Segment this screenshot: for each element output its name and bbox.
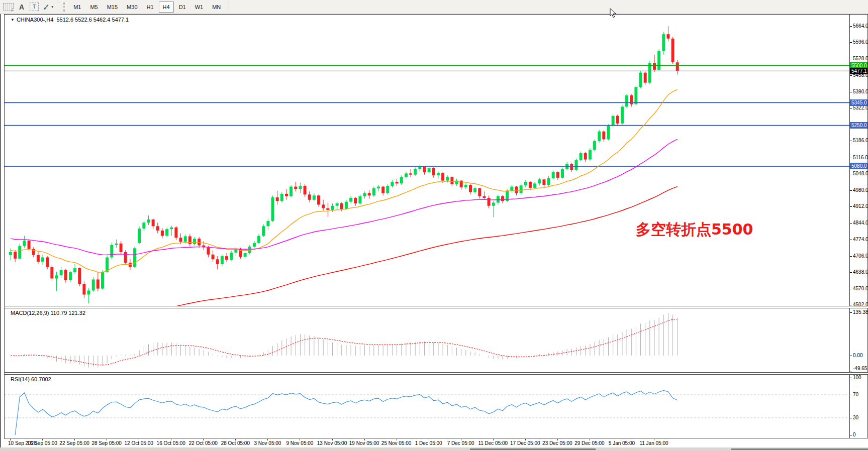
price-badge: 5477.1 [850,68,867,74]
rsi-value: 60.7002 [31,376,51,382]
chart-title: ▼CHINA300-,H4 5512.6 5522.6 5462.4 5477.… [11,17,129,23]
price-badge: 5250.0 [850,122,867,129]
time-label: 7 Dec 05:00 [447,440,474,446]
axis-tick [850,59,852,59]
dropdown-caret-icon[interactable]: ▾ [51,5,53,9]
price-tick-label: 5322.0 [853,105,868,111]
axis-tick [850,42,852,43]
text-box-icon[interactable]: T [30,3,39,11]
macd-axis: 135.380.00-49.65 [850,308,867,372]
window-edge-segment [470,448,596,450]
timeframe-M30[interactable]: M30 [123,2,141,13]
axis-tick [850,206,852,207]
timeframe-D1[interactable]: D1 [175,2,190,13]
price-tick-label: 4570.0 [853,286,868,292]
price-tick-label: 4706.0 [853,253,868,259]
macd-tick-label: -49.65 [853,366,867,372]
axis-tick [850,256,852,257]
time-label: 25 Nov 05:00 [381,440,412,446]
time-label: 29 Dec 05:00 [574,440,605,446]
price-tick-label: 5048.0 [853,171,868,177]
rsi-plot[interactable] [5,375,849,438]
ohlc-values: 5512.6 5522.6 5462.4 5477.1 [56,17,129,23]
symbol-name: CHINA300-,H4 [17,17,53,23]
rsi-tick-label: 30 [853,415,858,421]
time-label: 5 Jan 05:00 [609,440,635,446]
time-label: 17 Dec 05:00 [510,440,540,446]
axis-tick [850,435,852,435]
axis-tick [850,372,852,372]
axis-tick [850,289,852,289]
pointer-tools-icon[interactable]: ▾ [42,2,54,12]
timeframe-H1[interactable]: H1 [143,2,158,13]
rsi-tick-label: 100 [853,375,861,381]
annotation-text: 多空转折点5500 [636,219,753,240]
axis-tick [850,92,852,92]
toolbar-separator [59,2,59,12]
time-label: 23 Dec 05:00 [542,440,572,446]
axis-tick [850,108,852,108]
toolbar-separator [229,2,229,12]
timeframe-H4[interactable]: H4 [159,2,174,13]
macd-title: MACD(12,26,9) 110.79 121.32 [11,310,85,316]
axis-tick [850,356,852,356]
mouse-cursor [610,8,617,21]
timeframe-button-group: M1M5M15M30H1H4D1W1MN [69,2,226,13]
axis-tick [850,240,852,240]
price-badge: 5345.0 [850,99,867,106]
trading-terminal-window: F A T ▾ M1M5M15M30H1H4D1W1MN 5664.05596.… [0,0,868,451]
time-axis: 10 Sep 202016 Sep 05:0022 Sep 05:0028 Se… [4,439,868,447]
axis-tick [850,305,852,305]
time-label: 19 Nov 05:00 [349,440,379,446]
symbol-dropdown-icon[interactable]: ▼ [11,18,15,22]
time-label: 16 Oct 05:00 [157,440,185,446]
price-tick-label: 5186.0 [853,138,868,144]
axis-tick [850,174,852,174]
time-label: 22 Sep 05:00 [59,440,89,446]
rsi-label: RSI(14) [11,376,30,382]
chart-grid-icon-label: F [12,8,15,13]
rsi-tick-label: 0 [853,432,856,438]
price-tick-label: 4774.0 [853,237,868,243]
timeframe-M1[interactable]: M1 [69,2,85,13]
axis-tick [850,190,852,191]
toolbar-grip[interactable] [63,3,66,12]
price-tick-label: 5116.0 [853,155,868,161]
toolbar: F A T ▾ M1M5M15M30H1H4D1W1MN [0,0,868,14]
price-tick-label: 5664.0 [853,23,868,29]
macd-panel: 135.380.00-49.65 MACD(12,26,9) 110.79 12… [4,308,868,373]
time-label: 11 Dec 05:00 [478,440,508,446]
time-label: 12 Oct 05:00 [125,440,153,446]
timeframe-W1[interactable]: W1 [191,2,208,13]
macd-plot[interactable] [5,308,849,372]
rsi-tick-label: 70 [853,392,858,398]
price-tick-label: 5528.0 [853,56,868,62]
axis-tick [850,418,852,418]
rsi-axis: 10070300 [850,375,867,438]
macd-label: MACD(12,26,9) [11,310,49,316]
price-plot[interactable] [5,15,849,306]
time-label: 9 Nov 05:00 [286,440,313,446]
price-axis: 5664.05596.05528.05458.05390.05322.05186… [850,15,867,306]
axis-tick [850,223,852,223]
price-tick-label: 4844.0 [853,220,868,226]
timeframe-MN[interactable]: MN [208,2,225,13]
price-tick-label: 4502.0 [853,302,868,308]
timeframe-M15[interactable]: M15 [103,2,122,13]
rsi-title: RSI(14) 60.7002 [11,376,51,382]
macd-tick-label: 0.00 [853,353,862,359]
price-tick-label: 5390.0 [853,89,868,95]
time-label: 16 Sep 05:00 [27,440,57,446]
chart-grid-icon[interactable]: F [3,3,14,11]
time-label: 28 Oct 05:00 [221,440,250,446]
timeframe-M5[interactable]: M5 [86,2,102,13]
text-annotation-icon[interactable]: A [17,2,27,12]
price-badge: 5080.0 [850,163,867,169]
axis-tick [850,158,852,158]
axis-tick [850,395,852,395]
window-bottom-edge [0,447,868,451]
price-tick-label: 4638.0 [853,269,868,275]
price-tick-label: 4980.0 [853,187,868,193]
time-label: 3 Nov 05:00 [254,440,281,446]
time-label: 22 Oct 05:00 [189,440,218,446]
